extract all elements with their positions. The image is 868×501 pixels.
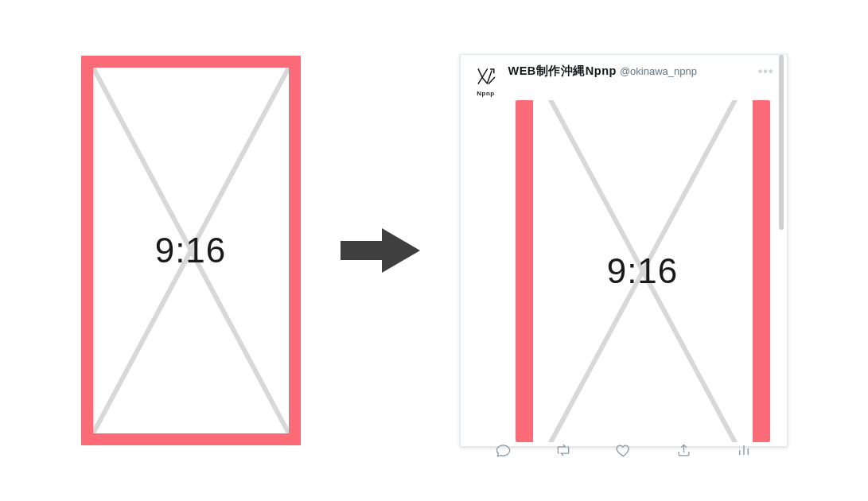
tweet-header: Npnp WEB制作沖縄Npnp @okinawa_npnp ••• bbox=[461, 55, 787, 100]
cropped-image-preview[interactable]: 9:16 bbox=[516, 100, 770, 442]
avatar[interactable] bbox=[473, 63, 499, 89]
crop-border-right bbox=[753, 100, 770, 442]
crop-border-left bbox=[516, 100, 533, 442]
aspect-ratio-label: 9:16 bbox=[155, 231, 227, 270]
svg-marker-2 bbox=[341, 228, 420, 273]
aspect-ratio-label-cropped: 9:16 bbox=[607, 251, 679, 291]
twitter-post-card: Npnp WEB制作沖縄Npnp @okinawa_npnp ••• 9:16 bbox=[460, 54, 788, 447]
tweet-body: 9:16 bbox=[461, 100, 787, 442]
more-options-icon[interactable]: ••• bbox=[753, 63, 779, 80]
avatar-block[interactable]: Npnp bbox=[472, 63, 500, 97]
arrow-right-icon bbox=[341, 227, 420, 274]
tweet-actions bbox=[461, 442, 787, 458]
image-inner: 9:16 bbox=[93, 68, 289, 433]
original-image-9-16: 9:16 bbox=[81, 56, 301, 445]
reply-icon[interactable] bbox=[495, 442, 511, 458]
display-name: WEB制作沖縄Npnp bbox=[508, 64, 617, 78]
handle: @okinawa_npnp bbox=[620, 64, 697, 79]
retweet-icon[interactable] bbox=[555, 442, 571, 458]
tweet-name-block[interactable]: WEB制作沖縄Npnp @okinawa_npnp bbox=[508, 63, 745, 79]
analytics-icon[interactable] bbox=[736, 442, 752, 458]
cropped-inner: 9:16 bbox=[533, 100, 753, 442]
avatar-logo-icon bbox=[475, 65, 497, 87]
avatar-label: Npnp bbox=[477, 90, 494, 97]
like-icon[interactable] bbox=[615, 442, 631, 458]
share-icon[interactable] bbox=[675, 442, 691, 458]
